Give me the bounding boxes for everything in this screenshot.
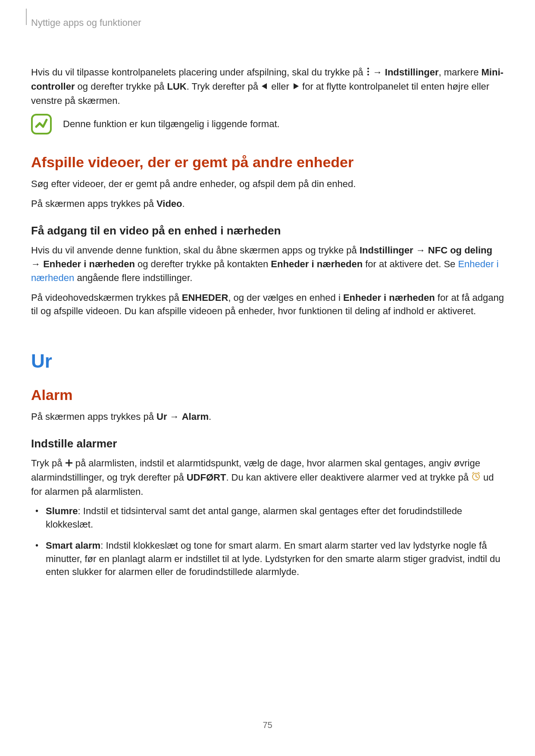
chapter-heading: Ur bbox=[31, 347, 504, 375]
text: for at aktivere det. Se bbox=[363, 259, 458, 269]
paragraph: Tryk på på alarmlisten, indstil et alarm… bbox=[31, 456, 504, 499]
list-item: Smart alarm: Indstil klokkeslæt og tone … bbox=[46, 539, 504, 579]
text: og derefter trykke på kontakten bbox=[135, 259, 271, 269]
alarm-clock-icon bbox=[471, 471, 481, 485]
text: , markere bbox=[438, 67, 481, 78]
text: Hvis du vil anvende denne funktion, skal… bbox=[31, 245, 360, 256]
paragraph: På skærmen apps trykkes på Video. bbox=[31, 197, 504, 211]
text-bold: Video bbox=[156, 198, 182, 209]
svg-marker-4 bbox=[294, 83, 299, 89]
note-icon bbox=[31, 114, 52, 134]
text-bold: Alarm bbox=[182, 411, 209, 422]
text-bold: Indstillinger bbox=[385, 67, 439, 78]
section-heading: Alarm bbox=[31, 384, 504, 406]
svg-rect-7 bbox=[66, 462, 72, 464]
triangle-right-icon bbox=[292, 80, 300, 94]
text-bold: LUK bbox=[167, 81, 186, 92]
header-tick bbox=[26, 9, 27, 25]
text-bold: Indstillinger bbox=[360, 245, 413, 256]
page-header: Nyttige apps og funktioner bbox=[31, 17, 504, 39]
page-content: Hvis du vil tilpasse kontrolpanelets pla… bbox=[31, 66, 504, 579]
text: Tryk på bbox=[31, 458, 65, 469]
plus-icon bbox=[65, 457, 73, 471]
text: : Indstil klokkeslæt og tone for smart a… bbox=[46, 540, 500, 578]
paragraph: På videohovedskærmen trykkes på ENHEDER,… bbox=[31, 291, 504, 319]
text-bold: ENHEDER bbox=[182, 292, 228, 303]
svg-point-0 bbox=[367, 68, 369, 69]
text-bold: Enheder i nærheden bbox=[343, 292, 435, 303]
text: . Du kan aktivere eller deaktivere alarm… bbox=[226, 472, 471, 483]
text: angående flere indstillinger. bbox=[74, 272, 192, 283]
svg-line-9 bbox=[472, 472, 474, 473]
svg-point-2 bbox=[367, 74, 369, 75]
svg-line-10 bbox=[478, 472, 479, 473]
paragraph: På skærmen apps trykkes på Ur → Alarm. bbox=[31, 410, 504, 424]
intro-paragraph: Hvis du vil tilpasse kontrolpanelets pla… bbox=[31, 66, 504, 108]
text-bold: NFC og deling bbox=[428, 245, 492, 256]
text: → bbox=[31, 259, 43, 269]
text: , og der vælges en enhed i bbox=[228, 292, 343, 303]
paragraph: Hvis du vil anvende denne funktion, skal… bbox=[31, 244, 504, 285]
breadcrumb: Nyttige apps og funktioner bbox=[31, 17, 141, 28]
text-bold: Slumre bbox=[46, 506, 78, 516]
section-heading: Afspille videoer, der er gemt på andre e… bbox=[31, 152, 504, 173]
text: → bbox=[373, 67, 385, 78]
subsection-heading: Få adgang til en video på en enhed i nær… bbox=[31, 223, 504, 239]
text: På skærmen apps trykkes på bbox=[31, 198, 156, 209]
text: . Tryk derefter på bbox=[187, 81, 261, 92]
subsection-heading: Indstille alarmer bbox=[31, 436, 504, 452]
text-bold: Enheder i nærheden bbox=[271, 259, 363, 269]
text: Hvis du vil tilpasse kontrolpanelets pla… bbox=[31, 67, 366, 78]
text: På skærmen apps trykkes på bbox=[31, 411, 156, 422]
text: eller bbox=[271, 81, 292, 92]
text: . bbox=[209, 411, 211, 422]
bullet-list: Slumre: Indstil et tidsinterval samt det… bbox=[31, 505, 504, 579]
triangle-left-icon bbox=[261, 80, 269, 94]
text: På videohovedskærmen trykkes på bbox=[31, 292, 182, 303]
page-number: 75 bbox=[0, 720, 535, 730]
text: → bbox=[167, 411, 181, 422]
text-bold: Enheder i nærheden bbox=[43, 259, 135, 269]
more-options-icon bbox=[366, 66, 370, 80]
text: Søg efter videoer, der er gemt på andre … bbox=[31, 177, 504, 191]
text: og derefter trykke på bbox=[75, 81, 167, 92]
text-bold: Smart alarm bbox=[46, 540, 100, 551]
note-text: Denne funktion er kun tilgængelig i ligg… bbox=[63, 117, 280, 131]
text: → bbox=[413, 245, 428, 256]
text-bold: Ur bbox=[156, 411, 167, 422]
list-item: Slumre: Indstil et tidsinterval samt det… bbox=[46, 505, 504, 531]
text: : Indstil et tidsinterval samt det antal… bbox=[46, 506, 462, 530]
note-block: Denne funktion er kun tilgængelig i ligg… bbox=[31, 114, 504, 134]
text: . bbox=[182, 198, 185, 209]
svg-marker-3 bbox=[262, 83, 267, 89]
svg-point-1 bbox=[367, 71, 369, 72]
text-bold: UDFØRT bbox=[187, 472, 226, 483]
